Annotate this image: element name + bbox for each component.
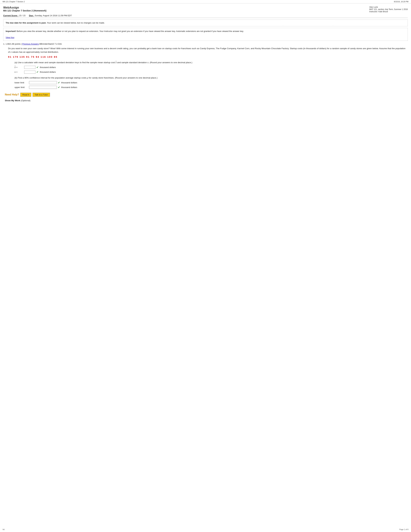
header-bar: MA 121 Chapter 7 Section 2 8/15/16, 10:2… bbox=[0, 0, 411, 3]
xbar-input[interactable]: 107.3 bbox=[24, 66, 36, 69]
header-datetime: 8/15/16, 10:20 PM bbox=[394, 1, 408, 3]
header-title: MA 121 Chapter 7 Section 2 bbox=[3, 1, 25, 3]
score-line: Current Score : 15 / 15 Due : Sunday, Au… bbox=[3, 14, 408, 18]
s-label: s = bbox=[15, 70, 24, 74]
show-work-bold: Show My Work bbox=[5, 99, 20, 102]
course-name: MA 121 Chapter 7 Section 2 (Homework) bbox=[3, 9, 47, 12]
question-text: Do you want to own your own candy store?… bbox=[8, 47, 408, 54]
xbar-label: x = bbox=[15, 66, 24, 69]
xbar-checkmark: ✔ bbox=[37, 65, 38, 69]
question-number: 1. bbox=[3, 43, 5, 45]
question-body: Do you want to own your own candy store?… bbox=[8, 47, 408, 89]
s-checkmark: ✔ bbox=[37, 70, 38, 74]
notice-box-2: Important! Before you view the answer ke… bbox=[3, 28, 408, 41]
data-values: 91 179 135 91 75 94 116 100 85 bbox=[8, 55, 408, 59]
user-instructor: Instructor: Kate Bruce bbox=[369, 10, 408, 13]
s-row: s = 32.18 ✔ thousand dollars bbox=[15, 70, 408, 74]
lower-limit-row: lower limit 87.3 ✔ thousand dollars bbox=[15, 81, 408, 85]
notice2-text2: grant you an extension if you have viewe… bbox=[121, 30, 244, 32]
talk-to-tutor-button[interactable]: Talk to a Tutor bbox=[33, 93, 50, 97]
part-b-text: (b) Find a 90% confidence interval for t… bbox=[15, 76, 408, 80]
question-points: 1.66/1.66 points bbox=[6, 43, 20, 45]
score-value: 15 / 15 bbox=[19, 14, 26, 17]
read-it-button[interactable]: Read It bbox=[20, 93, 31, 97]
notice1-bold: The due date for this assignment is past… bbox=[6, 22, 46, 24]
app-name: WebAssign bbox=[3, 6, 47, 9]
top-info: WebAssign MA 121 Chapter 7 Section 2 (Ho… bbox=[3, 6, 408, 13]
upper-label: upper limit bbox=[15, 86, 29, 89]
show-work-rest: (Optional) bbox=[21, 99, 30, 102]
main-content: WebAssign MA 121 Chapter 7 Section 2 (Ho… bbox=[0, 3, 411, 104]
notice2-bold: Important! bbox=[6, 30, 16, 32]
show-work-section: Show My Work (Optional) bbox=[5, 99, 408, 102]
notice2-text1: Before you view the answer key, decide w… bbox=[17, 30, 118, 32]
upper-unit: thousand dollars bbox=[61, 86, 77, 89]
question-header: 1. 1.66/1.66 points | Previous Answers B… bbox=[3, 43, 408, 45]
notice1-rest: Your work can be viewed below, but no ch… bbox=[47, 22, 105, 24]
lower-input[interactable]: 87.3 bbox=[29, 81, 57, 84]
xbar-unit: thousand dollars bbox=[40, 66, 56, 69]
part-a: (a) Use a calculator with mean and sampl… bbox=[15, 61, 408, 74]
upper-checkmark: ✔ bbox=[58, 85, 60, 89]
question-source: BBUnderStat10 7.2.016. bbox=[39, 43, 62, 45]
user-course-section: MAT 121, section July Term, Summer 1 201… bbox=[369, 8, 408, 10]
xbar-row: x = 107.3 ✔ thousand dollars bbox=[15, 65, 408, 69]
due-date: Sunday, August 14 2016 11:59 PM EDT bbox=[35, 14, 72, 17]
top-info-right: Alex Lurie MAT 121, section July Term, S… bbox=[369, 6, 408, 13]
view-key-link[interactable]: View Key bbox=[6, 36, 14, 39]
lower-label: lower limit bbox=[15, 81, 29, 85]
upper-limit-row: upper limit 127.3 ✔ thousand dollars bbox=[15, 85, 408, 89]
part-a-text: (a) Use a calculator with mean and sampl… bbox=[15, 61, 408, 64]
question-section: 1. 1.66/1.66 points | Previous Answers B… bbox=[3, 43, 408, 102]
prev-answers-link[interactable]: Previous Answers bbox=[22, 43, 39, 45]
upper-input[interactable]: 127.3 bbox=[29, 86, 57, 89]
due-label: Due : bbox=[29, 14, 34, 17]
top-info-left: WebAssign MA 121 Chapter 7 Section 2 (Ho… bbox=[3, 6, 47, 13]
notice-box-1: The due date for this assignment is past… bbox=[3, 19, 408, 26]
s-input[interactable]: 32.18 bbox=[24, 71, 36, 74]
lower-checkmark: ✔ bbox=[58, 81, 60, 85]
score-label: Current Score : bbox=[3, 14, 19, 17]
s-unit: thousand dollars bbox=[40, 70, 56, 74]
need-help-label: Need Help? bbox=[5, 93, 19, 96]
lower-unit: thousand dollars bbox=[61, 81, 77, 85]
question-separator: | bbox=[21, 43, 22, 45]
user-name: Alex Lurie bbox=[369, 6, 408, 8]
need-help-section: Need Help? Read It Talk to a Tutor bbox=[5, 93, 408, 97]
part-b: (b) Find a 90% confidence interval for t… bbox=[15, 76, 408, 89]
notice2-italic: not bbox=[118, 30, 121, 32]
